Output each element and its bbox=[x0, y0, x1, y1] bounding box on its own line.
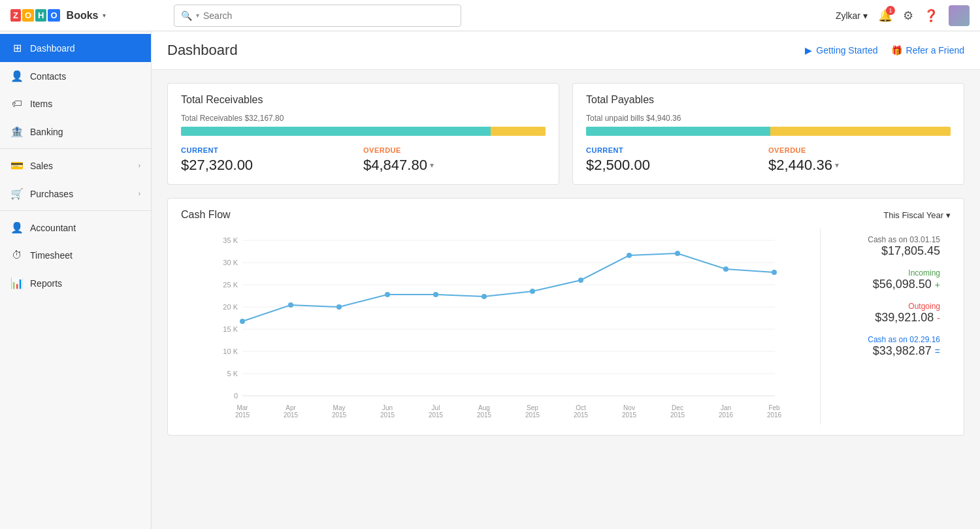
receivables-overdue-value: $4,847.80 ▾ bbox=[363, 157, 546, 174]
chart-point-1 bbox=[240, 319, 245, 324]
svg-text:May: May bbox=[333, 404, 346, 411]
help-icon[interactable]: ❓ bbox=[924, 8, 938, 23]
svg-text:20 K: 20 K bbox=[223, 303, 238, 311]
receivables-bar-label: Total Receivables $32,167.80 bbox=[181, 114, 546, 123]
app-dropdown-arrow[interactable]: ▾ bbox=[103, 12, 106, 19]
svg-text:30 K: 30 K bbox=[223, 259, 238, 266]
svg-text:35 K: 35 K bbox=[223, 236, 238, 244]
svg-text:Mar: Mar bbox=[237, 404, 248, 411]
cashflow-svg: 35 K 30 K 25 K 20 K 15 K 10 K 5 K 0 bbox=[181, 229, 820, 425]
svg-text:Aug: Aug bbox=[478, 404, 490, 411]
receivables-overdue-arrow[interactable]: ▾ bbox=[430, 161, 434, 170]
logo-h: H bbox=[35, 9, 46, 22]
logo-z: Z bbox=[10, 9, 21, 22]
cashflow-side-panel: Cash as on 03.01.15 $17,805.45 Incoming … bbox=[820, 229, 951, 425]
user-name: Zylkar bbox=[836, 10, 860, 21]
sidebar-label-purchases: Purchases bbox=[30, 189, 132, 199]
svg-text:2015: 2015 bbox=[380, 411, 395, 419]
sales-icon: 💳 bbox=[10, 159, 24, 172]
search-filter-arrow[interactable]: ▾ bbox=[196, 12, 199, 19]
contacts-icon: 👤 bbox=[10, 70, 24, 82]
svg-text:2015: 2015 bbox=[235, 411, 250, 419]
chart-point-7 bbox=[530, 289, 535, 294]
payables-overdue-arrow[interactable]: ▾ bbox=[835, 161, 839, 170]
chart-point-2 bbox=[288, 302, 293, 308]
receivables-overdue-metric: OVERDUE $4,847.80 ▾ bbox=[363, 146, 546, 174]
cashflow-filter[interactable]: This Fiscal Year ▾ bbox=[883, 210, 951, 220]
chart-point-12 bbox=[772, 270, 777, 275]
incoming-symbol: + bbox=[935, 280, 940, 290]
svg-text:Oct: Oct bbox=[576, 404, 586, 411]
avatar[interactable] bbox=[949, 5, 970, 26]
payables-card: Total Payables Total unpaid bills $4,940… bbox=[572, 83, 964, 185]
svg-text:Apr: Apr bbox=[286, 404, 296, 411]
sidebar-label-dashboard: Dashboard bbox=[30, 43, 140, 54]
payables-bar-label: Total unpaid bills $4,940.36 bbox=[586, 114, 951, 123]
chart-point-6 bbox=[482, 294, 487, 299]
page-header: Dashboard ▶ Getting Started 🎁 Refer a Fr… bbox=[152, 31, 980, 70]
getting-started-button[interactable]: ▶ Getting Started bbox=[805, 45, 877, 56]
payables-current-metric: CURRENT $2,500.00 bbox=[586, 146, 768, 174]
payables-metrics: CURRENT $2,500.00 OVERDUE $2,440.36 ▾ bbox=[586, 146, 951, 174]
sidebar-item-contacts[interactable]: 👤 Contacts bbox=[0, 62, 151, 90]
svg-text:10 K: 10 K bbox=[223, 347, 238, 355]
payables-overdue-metric: OVERDUE $2,440.36 ▾ bbox=[768, 146, 951, 174]
sidebar-item-timesheet[interactable]: ⏱ Timesheet bbox=[0, 242, 151, 269]
incoming-label: Incoming bbox=[831, 268, 940, 278]
cashflow-title: Cash Flow bbox=[181, 209, 231, 221]
svg-text:Jan: Jan bbox=[721, 404, 731, 411]
reports-icon: 📊 bbox=[10, 277, 24, 289]
outgoing-value: $39,921.08 - bbox=[831, 311, 940, 325]
outgoing-symbol: - bbox=[937, 313, 940, 323]
svg-text:2015: 2015 bbox=[284, 411, 299, 419]
cash-as-on-start-label: Cash as on 03.01.15 bbox=[831, 235, 940, 244]
chart-point-10 bbox=[675, 251, 680, 256]
settings-icon[interactable]: ⚙ bbox=[903, 8, 913, 23]
gift-icon: 🎁 bbox=[891, 45, 902, 56]
sidebar-item-purchases[interactable]: 🛒 Purchases › bbox=[0, 180, 151, 208]
timesheet-icon: ⏱ bbox=[10, 249, 24, 261]
sidebar-label-items: Items bbox=[30, 99, 140, 109]
svg-text:Feb: Feb bbox=[768, 404, 780, 411]
sidebar-item-items[interactable]: 🏷 Items bbox=[0, 90, 151, 118]
receivables-bar-current bbox=[181, 127, 491, 136]
svg-text:Sep: Sep bbox=[527, 404, 538, 411]
sidebar-item-banking[interactable]: 🏦 Banking bbox=[0, 118, 151, 146]
svg-text:0: 0 bbox=[234, 392, 238, 400]
receivables-current-value: $27,320.00 bbox=[181, 157, 363, 174]
payables-current-value: $2,500.00 bbox=[586, 157, 768, 174]
purchases-arrow: › bbox=[139, 190, 140, 197]
svg-text:Dec: Dec bbox=[672, 404, 683, 411]
search-input[interactable] bbox=[203, 10, 454, 21]
payables-bar-overdue bbox=[770, 127, 951, 136]
sidebar-item-sales[interactable]: 💳 Sales › bbox=[0, 152, 151, 180]
refer-friend-button[interactable]: 🎁 Refer a Friend bbox=[891, 45, 964, 56]
metrics-cards: Total Receivables Total Receivables $32,… bbox=[167, 83, 964, 185]
cash-as-on-end-label: Cash as on 02.29.16 bbox=[831, 335, 940, 344]
cash-as-on-start: Cash as on 03.01.15 $17,805.45 bbox=[831, 235, 940, 258]
svg-text:2015: 2015 bbox=[574, 411, 589, 419]
sidebar-label-banking: Banking bbox=[30, 127, 140, 137]
svg-text:Jun: Jun bbox=[382, 404, 393, 411]
receivables-title: Total Receivables bbox=[181, 94, 546, 106]
svg-text:Jul: Jul bbox=[432, 404, 440, 411]
play-icon: ▶ bbox=[805, 45, 812, 56]
cashflow-chart: 35 K 30 K 25 K 20 K 15 K 10 K 5 K 0 bbox=[181, 229, 820, 425]
notifications-button[interactable]: 🔔 1 bbox=[878, 8, 892, 23]
cashflow-body: 35 K 30 K 25 K 20 K 15 K 10 K 5 K 0 bbox=[181, 229, 951, 425]
user-menu[interactable]: Zylkar ▾ bbox=[836, 10, 868, 21]
sidebar-item-dashboard[interactable]: ⊞ Dashboard bbox=[0, 34, 151, 62]
svg-text:2015: 2015 bbox=[332, 411, 347, 419]
getting-started-label: Getting Started bbox=[816, 45, 877, 56]
cash-as-on-end-value: $33,982.87 = bbox=[831, 344, 940, 358]
cash-as-on-end: Cash as on 02.29.16 $33,982.87 = bbox=[831, 335, 940, 358]
user-dropdown-arrow[interactable]: ▾ bbox=[863, 10, 868, 21]
sidebar-item-accountant[interactable]: 👤 Accountant bbox=[0, 214, 151, 242]
sidebar: ⊞ Dashboard 👤 Contacts 🏷 Items 🏦 Banking… bbox=[0, 31, 152, 529]
search-box[interactable]: 🔍 ▾ bbox=[174, 5, 461, 27]
cashflow-line bbox=[242, 253, 774, 321]
chart-point-8 bbox=[578, 278, 583, 283]
top-navigation: Z O H O Books ▾ 🔍 ▾ Zylkar ▾ 🔔 1 ⚙ ❓ bbox=[0, 0, 980, 31]
notification-badge: 1 bbox=[886, 6, 895, 15]
sidebar-item-reports[interactable]: 📊 Reports bbox=[0, 269, 151, 297]
